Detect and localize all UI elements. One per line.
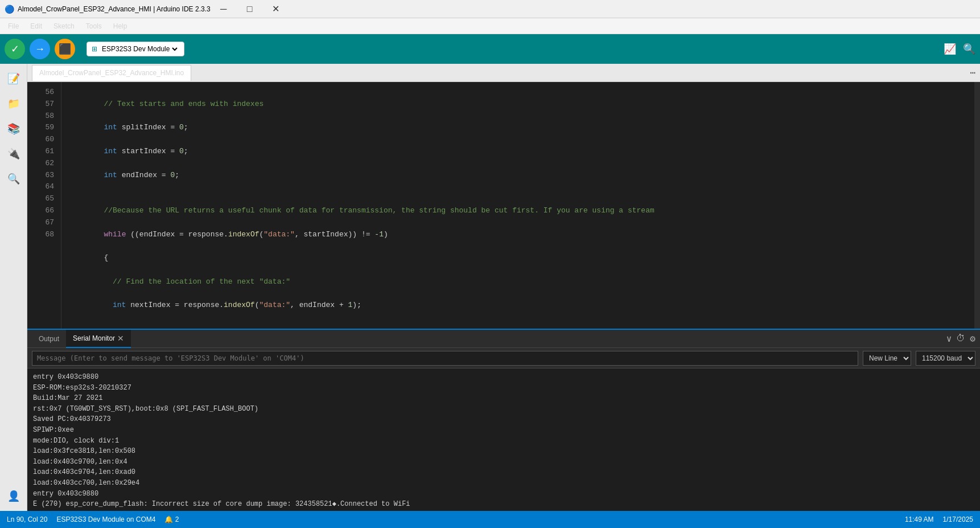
serial-line: E (270) esp_core_dump_flash: Incorrect s…	[33, 499, 974, 510]
statusbar: Ln 90, Col 20 ESP32S3 Dev Module on COM4…	[0, 511, 980, 528]
toolbar-right-controls: 📈 🔍	[944, 43, 975, 55]
sidebar-item-search[interactable]: 🔍	[3, 169, 24, 189]
status-position: Ln 90, Col 20	[7, 515, 47, 523]
serial-line: Saved PC:0x40379273	[33, 414, 974, 425]
serial-line: Build:Mar 27 2021	[33, 393, 974, 404]
bottom-panel: Output Serial Monitor ✕ ∨ ⏱ ⚙ New Line 1…	[27, 329, 980, 511]
panel-settings-icon[interactable]: ⚙	[970, 333, 975, 345]
serial-line: load:0x3fce3818,len:0x508	[33, 446, 974, 457]
left-sidebar: 📝 📁 📚 🔌 🔍 👤	[0, 64, 27, 511]
status-notifications: 🔔 2	[164, 515, 179, 523]
debug-button[interactable]: ⬛	[55, 39, 75, 59]
status-time: 11:49 AM	[905, 515, 934, 523]
serial-line: load:0x403c9700,len:0x4	[33, 457, 974, 468]
sidebar-item-sketch[interactable]: 📝	[3, 68, 24, 89]
sidebar-item-boards[interactable]: 🔌	[3, 144, 24, 164]
upload-button[interactable]: →	[30, 39, 50, 59]
line-numbers: 56 57 58 59 60 61 62 63 64 65 66 67 68	[27, 82, 61, 329]
sidebar-item-files[interactable]: 📁	[3, 93, 24, 114]
tab-serial-monitor-close[interactable]: ✕	[117, 334, 124, 343]
serial-monitor-icon[interactable]: 🔍	[963, 43, 975, 55]
minimize-button[interactable]: ─	[211, 0, 237, 18]
editor-scrollbar[interactable]	[974, 82, 980, 329]
app-title: Almodel_CrowPanel_ESP32_Advance_HMI | Ar…	[18, 5, 211, 13]
verify-button[interactable]: ✓	[5, 39, 25, 59]
tab-serial-monitor[interactable]: Serial Monitor ✕	[66, 330, 131, 348]
panel-minimize-icon[interactable]: ∨	[946, 333, 952, 345]
serial-line: rst:0x7 (TG0WDT_SYS_RST),boot:0x8 (SPI_F…	[33, 404, 974, 415]
menu-sketch[interactable]: Sketch	[48, 20, 80, 32]
menubar: File Edit Sketch Tools Help	[0, 18, 980, 34]
board-select[interactable]: ESP32S3 Dev Module	[100, 44, 179, 54]
menu-edit[interactable]: Edit	[24, 20, 48, 32]
toolbar: ✓ → ⬛ ⊞ ESP32S3 Dev Module 📈 🔍	[0, 34, 980, 64]
menu-tools[interactable]: Tools	[80, 20, 108, 32]
status-board: ESP32S3 Dev Module on COM4	[56, 515, 155, 523]
serial-output: entry 0x403c9880 ESP-ROM:esp32s3-2021032…	[27, 369, 980, 511]
serial-line: load:0x403cc700,len:0x29e4	[33, 478, 974, 489]
menu-file[interactable]: File	[2, 20, 24, 32]
window-controls: ─ □ ✕	[211, 0, 289, 18]
close-button[interactable]: ✕	[263, 0, 289, 18]
line-ending-select[interactable]: New Line	[863, 351, 911, 366]
serial-toolbar: New Line 115200 baud	[27, 348, 980, 369]
main-content: Almodel_CrowPanel_ESP32_Advance_HMI.ino …	[27, 64, 980, 511]
serial-line: entry 0x403c9880	[33, 489, 974, 500]
sidebar-item-user[interactable]: 👤	[3, 486, 24, 506]
menu-help[interactable]: Help	[108, 20, 133, 32]
tab-serial-monitor-label: Serial Monitor	[73, 334, 115, 342]
panel-clock-icon[interactable]: ⏱	[956, 333, 965, 344]
titlebar: 🔵 Almodel_CrowPanel_ESP32_Advance_HMI | …	[0, 0, 980, 18]
status-right: 11:49 AM 1/17/2025	[905, 515, 973, 523]
panel-right-controls: ∨ ⏱ ⚙	[946, 333, 975, 345]
message-input[interactable]	[32, 351, 858, 366]
code-content[interactable]: // Text starts and ends with indexes int…	[61, 82, 974, 329]
board-icon: ⊞	[92, 45, 97, 53]
panel-tabs: Output Serial Monitor ✕ ∨ ⏱ ⚙	[27, 330, 980, 348]
serial-line: SPIWP:0xee	[33, 425, 974, 436]
tab-output[interactable]: Output	[32, 330, 66, 348]
tab-output-label: Output	[39, 335, 59, 343]
sidebar-item-libraries[interactable]: 📚	[3, 118, 24, 139]
file-tabs: Almodel_CrowPanel_ESP32_Advance_HMI.ino …	[27, 64, 980, 82]
tab-more-button[interactable]: ⋯	[970, 67, 975, 79]
serial-line: entry 0x403c9880	[33, 372, 974, 383]
board-selector[interactable]: ⊞ ESP32S3 Dev Module	[87, 42, 184, 56]
app-icon: 🔵	[5, 5, 14, 14]
file-tab-name: Almodel_CrowPanel_ESP32_Advance_HMI.ino	[39, 69, 184, 77]
serial-plotter-icon[interactable]: 📈	[944, 43, 956, 55]
file-tab-item[interactable]: Almodel_CrowPanel_ESP32_Advance_HMI.ino	[32, 65, 191, 81]
serial-line: load:0x403c9704,len:0xad0	[33, 467, 974, 478]
serial-line: ESP-ROM:esp32s3-20210327	[33, 383, 974, 394]
baud-rate-select[interactable]: 115200 baud	[916, 351, 975, 366]
code-editor: 56 57 58 59 60 61 62 63 64 65 66 67 68 /…	[27, 82, 980, 329]
maximize-button[interactable]: □	[237, 0, 263, 18]
status-date: 1/17/2025	[943, 515, 973, 523]
serial-line: mode:DIO, clock div:1	[33, 436, 974, 447]
